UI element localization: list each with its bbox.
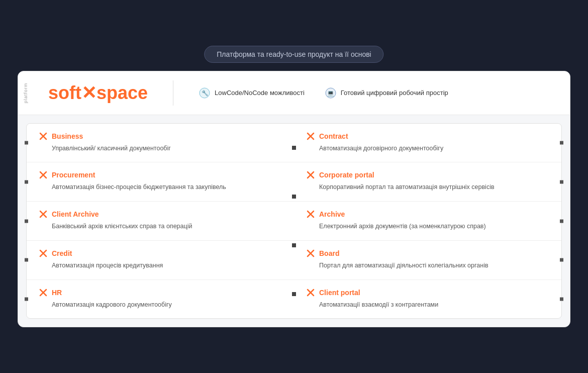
client-archive-name: Client Archive	[52, 210, 99, 218]
contract-name: Contract	[319, 132, 348, 140]
left-dot-procurement	[25, 180, 28, 183]
page-wrapper: Платформа та ready-to-use продукт на її …	[18, 46, 570, 328]
feature-lowcode: 🔧 LowCode/NoCode можливості	[199, 87, 305, 99]
workspace-icon: 💻	[325, 87, 337, 99]
product-contract: Contract Автоматизація договірного докум…	[294, 124, 561, 163]
platform-label: platform	[23, 82, 28, 103]
archive-name: Archive	[319, 210, 345, 218]
corporate-portal-icon	[306, 170, 315, 179]
corporate-portal-header: Corporate portal	[306, 170, 549, 179]
hr-icon	[39, 288, 48, 297]
product-credit: Credit Автоматизація процесів кредитуван…	[27, 241, 294, 280]
client-portal-header: Client portal	[306, 288, 549, 297]
right-dot-board	[560, 258, 563, 262]
hr-desc: Автоматизація кадрового документообігу	[39, 300, 282, 310]
procurement-name: Procurement	[52, 171, 95, 179]
product-archive: Archive Електронний архів документів (за…	[294, 202, 561, 241]
right-dot-corporate-portal	[560, 180, 563, 183]
right-dot-contract	[560, 141, 563, 145]
contract-header: Contract	[306, 132, 549, 141]
corporate-portal-desc: Корпоративний портал та автоматизація вн…	[306, 182, 549, 192]
business-icon	[39, 132, 48, 141]
procurement-icon	[39, 170, 48, 179]
credit-icon	[39, 249, 48, 258]
right-column: Contract Автоматизація договірного докум…	[294, 124, 561, 319]
procurement-desc: Автоматизація бізнес-процесів бюджетуван…	[39, 182, 282, 192]
hr-name: HR	[52, 289, 62, 297]
business-header: Business	[39, 132, 282, 141]
left-dot-business	[25, 141, 28, 145]
credit-header: Credit	[39, 249, 282, 258]
header-area: platform soft✕space 🔧 LowCode/N	[18, 71, 570, 115]
credit-desc: Автоматизація процесів кредитування	[39, 261, 282, 270]
left-dot-credit	[25, 258, 28, 262]
logo-area: soft✕space	[48, 82, 148, 104]
archive-header: Archive	[306, 210, 549, 219]
logo-suffix: space	[96, 82, 148, 103]
top-badge: Платформа та ready-to-use продукт на її …	[204, 46, 383, 63]
header-divider	[173, 80, 173, 106]
archive-icon	[306, 210, 315, 219]
client-archive-icon	[39, 210, 48, 219]
board-header: Board	[306, 249, 549, 258]
hr-header: HR	[39, 288, 282, 297]
business-desc: Управлінський/ класичний документообіг	[39, 144, 282, 153]
lowcode-label: LowCode/NoCode можливості	[215, 89, 305, 97]
client-portal-icon	[306, 288, 315, 297]
board-desc: Портал для автоматизації діяльності коле…	[306, 261, 549, 270]
left-dot-hr	[25, 298, 28, 301]
right-dot-archive	[560, 219, 563, 223]
left-dot-client-archive	[25, 219, 28, 223]
archive-desc: Електронний архів документів (за номенкл…	[306, 222, 549, 231]
svg-text:🔧: 🔧	[202, 89, 209, 97]
badge-text: Платформа та ready-to-use продукт на її …	[217, 50, 371, 58]
product-hr: HR Автоматизація кадрового документообіг…	[27, 280, 294, 319]
client-portal-desc: Автоматизації взаємодії з контрагентами	[306, 300, 549, 310]
client-portal-name: Client portal	[319, 289, 360, 297]
product-client-portal: Client portal Автоматизації взаємодії з …	[294, 280, 561, 319]
logo-x: ✕	[81, 82, 96, 103]
svg-text:💻: 💻	[327, 89, 334, 97]
corporate-portal-name: Corporate portal	[319, 171, 374, 179]
left-column: Business Управлінський/ класичний докуме…	[27, 124, 294, 319]
product-corporate-portal: Corporate portal Корпоративний портал та…	[294, 162, 561, 202]
client-archive-desc: Банківський архів клієнтських справ та о…	[39, 222, 282, 231]
product-board: Board Портал для автоматизації діяльност…	[294, 241, 561, 280]
credit-name: Credit	[52, 249, 72, 257]
contract-icon	[306, 132, 315, 141]
product-client-archive: Client Archive Банківський архів клієнтс…	[27, 202, 294, 241]
feature-workspace: 💻 Готовий цифровий робочий простір	[325, 87, 448, 99]
board-icon	[306, 249, 315, 258]
client-archive-header: Client Archive	[39, 210, 282, 219]
lowcode-icon: 🔧	[199, 87, 211, 99]
header-features: 🔧 LowCode/NoCode можливості 💻 Готовий ци…	[199, 87, 448, 99]
logo-prefix: soft	[48, 82, 81, 103]
logo-text: soft✕space	[48, 82, 148, 104]
product-procurement: Procurement Автоматизація бізнес-процесі…	[27, 162, 294, 202]
board-name: Board	[319, 249, 339, 257]
product-business: Business Управлінський/ класичний докуме…	[27, 124, 294, 163]
workspace-label: Готовий цифровий робочий простір	[341, 89, 448, 97]
right-dot-client-portal	[560, 298, 563, 301]
contract-desc: Автоматизація договірного документообігу	[306, 144, 549, 153]
main-card: platform soft✕space 🔧 LowCode/N	[18, 71, 570, 328]
products-grid: Business Управлінський/ класичний докуме…	[26, 123, 562, 319]
business-name: Business	[52, 132, 83, 140]
procurement-header: Procurement	[39, 170, 282, 179]
